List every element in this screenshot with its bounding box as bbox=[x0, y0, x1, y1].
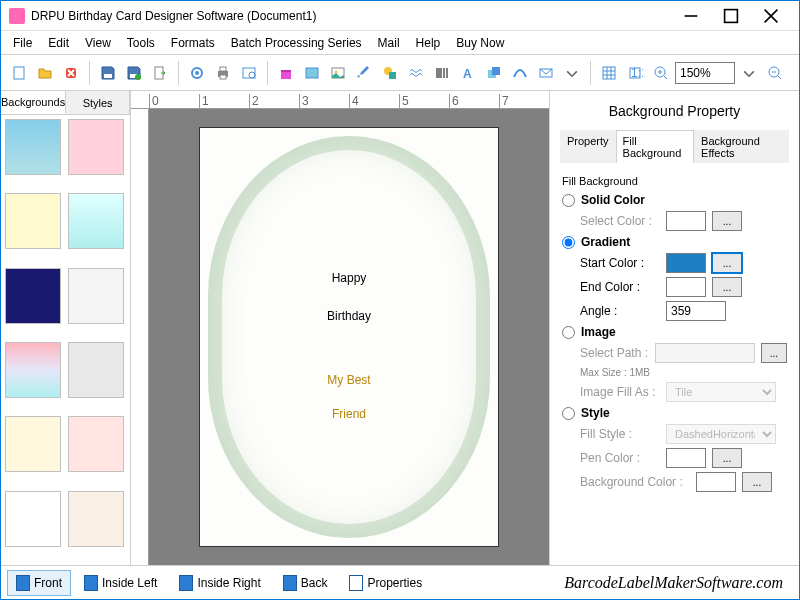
background-thumbnails bbox=[1, 115, 130, 565]
new-icon[interactable] bbox=[7, 61, 31, 85]
window-title: DRPU Birthday Card Designer Software (Do… bbox=[31, 9, 671, 23]
menu-batch[interactable]: Batch Processing Series bbox=[223, 33, 370, 53]
pen-icon[interactable] bbox=[352, 61, 376, 85]
radio-gradient[interactable]: Gradient bbox=[562, 235, 787, 249]
tab-backgrounds[interactable]: Backgrounds bbox=[1, 91, 66, 114]
menu-file[interactable]: File bbox=[5, 33, 40, 53]
solid-color-swatch[interactable] bbox=[666, 211, 706, 231]
tab-fill-background[interactable]: Fill Background bbox=[616, 130, 694, 163]
tab-styles[interactable]: Styles bbox=[66, 91, 130, 114]
bg-thumb[interactable] bbox=[68, 193, 124, 249]
bg-thumb[interactable] bbox=[68, 491, 124, 547]
text-icon[interactable]: A bbox=[456, 61, 480, 85]
menu-buy[interactable]: Buy Now bbox=[448, 33, 512, 53]
canvas-area: 01234567 HappyBirthday My BestFriend bbox=[131, 91, 549, 565]
grid-icon[interactable] bbox=[597, 61, 621, 85]
end-color-swatch[interactable] bbox=[666, 277, 706, 297]
curve-icon[interactable] bbox=[508, 61, 532, 85]
solid-color-picker[interactable]: ... bbox=[712, 211, 742, 231]
barcode-icon[interactable] bbox=[430, 61, 454, 85]
properties-panel: Background Property Property Fill Backgr… bbox=[549, 91, 799, 565]
close-button[interactable] bbox=[751, 2, 791, 30]
delete-icon[interactable] bbox=[59, 61, 83, 85]
dropdown-icon[interactable] bbox=[560, 61, 584, 85]
open-icon[interactable] bbox=[33, 61, 57, 85]
wave-icon[interactable] bbox=[404, 61, 428, 85]
card-canvas[interactable]: HappyBirthday My BestFriend bbox=[199, 127, 499, 547]
menu-view[interactable]: View bbox=[77, 33, 119, 53]
menu-formats[interactable]: Formats bbox=[163, 33, 223, 53]
zoom-dropdown-icon[interactable] bbox=[737, 61, 761, 85]
tab-properties[interactable]: Properties bbox=[340, 570, 431, 596]
bg-thumb[interactable] bbox=[68, 268, 124, 324]
bg-thumb[interactable] bbox=[5, 491, 61, 547]
svg-rect-4 bbox=[14, 67, 24, 79]
start-color-swatch[interactable] bbox=[666, 253, 706, 273]
bg-thumb[interactable] bbox=[68, 416, 124, 472]
layer-icon[interactable] bbox=[482, 61, 506, 85]
image-icon[interactable] bbox=[326, 61, 350, 85]
card-text-friend[interactable]: My BestFriend bbox=[327, 356, 370, 424]
bg-thumb[interactable] bbox=[5, 342, 61, 398]
svg-rect-15 bbox=[220, 67, 226, 71]
card-text-happy[interactable]: HappyBirthday bbox=[327, 250, 371, 326]
shape-icon[interactable] bbox=[378, 61, 402, 85]
mail-icon[interactable] bbox=[534, 61, 558, 85]
settings-icon[interactable] bbox=[185, 61, 209, 85]
bg-thumb[interactable] bbox=[68, 342, 124, 398]
svg-rect-1 bbox=[725, 9, 738, 22]
bg-thumb[interactable] bbox=[5, 268, 61, 324]
tab-front[interactable]: Front bbox=[7, 570, 71, 596]
pen-color-picker[interactable]: ... bbox=[712, 448, 742, 468]
svg-point-10 bbox=[135, 74, 141, 80]
save-icon[interactable] bbox=[96, 61, 120, 85]
bg-thumb[interactable] bbox=[5, 193, 61, 249]
svg-line-47 bbox=[778, 76, 781, 79]
image-fill-as-combo: Tile bbox=[666, 382, 776, 402]
radio-solid-color[interactable]: Solid Color bbox=[562, 193, 787, 207]
bg-thumb[interactable] bbox=[5, 416, 61, 472]
page-icon bbox=[283, 575, 297, 591]
svg-rect-35 bbox=[603, 67, 615, 79]
image-path-input bbox=[655, 343, 755, 363]
radio-image[interactable]: Image bbox=[562, 325, 787, 339]
minimize-button[interactable] bbox=[671, 2, 711, 30]
image-browse-button[interactable]: ... bbox=[761, 343, 787, 363]
tab-back[interactable]: Back bbox=[274, 570, 337, 596]
gift-icon[interactable] bbox=[274, 61, 298, 85]
tab-inside-right[interactable]: Inside Right bbox=[170, 570, 269, 596]
pen-color-swatch[interactable] bbox=[666, 448, 706, 468]
bg-thumb[interactable] bbox=[68, 119, 124, 175]
tab-property[interactable]: Property bbox=[560, 130, 616, 163]
section-label: Fill Background bbox=[562, 175, 787, 187]
fit-icon[interactable]: 1:1 bbox=[623, 61, 647, 85]
preview-icon[interactable] bbox=[237, 61, 261, 85]
angle-input[interactable] bbox=[666, 301, 726, 321]
ruler-horizontal: 01234567 bbox=[131, 91, 549, 109]
page-icon bbox=[179, 575, 193, 591]
panel-title: Background Property bbox=[560, 103, 789, 119]
radio-style[interactable]: Style bbox=[562, 406, 787, 420]
menu-tools[interactable]: Tools bbox=[119, 33, 163, 53]
zoom-input[interactable] bbox=[675, 62, 735, 84]
bg-thumb[interactable] bbox=[5, 119, 61, 175]
start-color-picker[interactable]: ... bbox=[712, 253, 742, 273]
svg-rect-8 bbox=[104, 74, 112, 78]
tab-inside-left[interactable]: Inside Left bbox=[75, 570, 166, 596]
print-icon[interactable] bbox=[211, 61, 235, 85]
end-color-picker[interactable]: ... bbox=[712, 277, 742, 297]
menu-help[interactable]: Help bbox=[408, 33, 449, 53]
maximize-button[interactable] bbox=[711, 2, 751, 30]
menu-mail[interactable]: Mail bbox=[370, 33, 408, 53]
save-as-icon[interactable] bbox=[122, 61, 146, 85]
menu-edit[interactable]: Edit bbox=[40, 33, 77, 53]
card-icon[interactable] bbox=[300, 61, 324, 85]
tab-background-effects[interactable]: Background Effects bbox=[694, 130, 789, 163]
titlebar: DRPU Birthday Card Designer Software (Do… bbox=[1, 1, 799, 31]
zoom-out-icon[interactable] bbox=[763, 61, 787, 85]
zoom-in-icon[interactable] bbox=[649, 61, 673, 85]
bg-color-swatch[interactable] bbox=[696, 472, 736, 492]
export-icon[interactable] bbox=[148, 61, 172, 85]
bg-color-picker[interactable]: ... bbox=[742, 472, 772, 492]
svg-line-43 bbox=[664, 76, 667, 79]
